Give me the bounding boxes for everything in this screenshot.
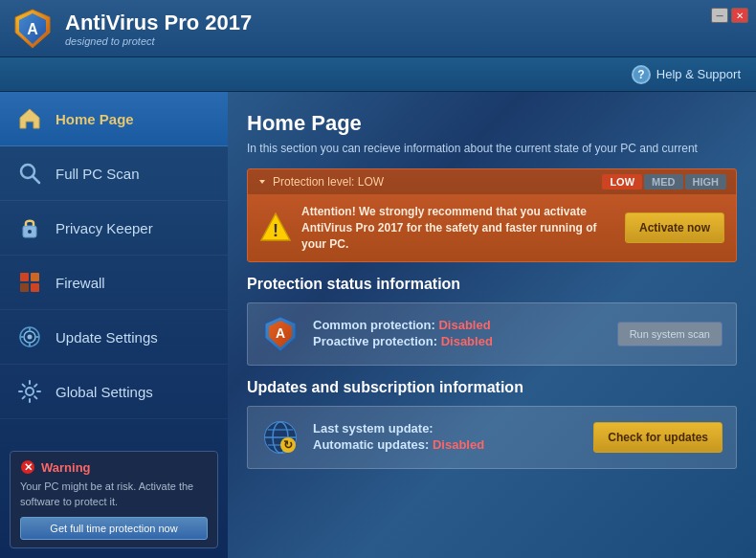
content-area: Home Page In this section you can reciev… xyxy=(228,92,756,558)
sidebar-item-global-label: Global Settings xyxy=(56,384,153,400)
run-system-scan-button[interactable]: Run system scan xyxy=(617,322,723,346)
svg-point-15 xyxy=(26,388,33,395)
updates-globe-icon: ↻ xyxy=(261,418,300,457)
privacy-icon xyxy=(15,213,44,242)
badge-med: MED xyxy=(644,174,682,190)
badge-low: LOW xyxy=(602,174,642,190)
help-label: Help & Support xyxy=(656,67,741,81)
protection-banner: Protection level: LOW LOW MED HIGH ! Att… xyxy=(247,168,737,262)
check-for-updates-button[interactable]: Check for updates xyxy=(593,422,723,453)
firewall-icon xyxy=(15,268,44,297)
updates-card: ↻ Last system update: Automatic updates:… xyxy=(247,406,737,469)
protection-level-label: Protection level: LOW xyxy=(257,175,384,189)
sidebar-item-firewall-label: Firewall xyxy=(56,275,105,291)
scan-icon xyxy=(15,159,44,188)
get-protection-button[interactable]: Get full time protection now xyxy=(20,517,208,540)
sidebar-item-home[interactable]: Home Page xyxy=(0,92,228,146)
sidebar-item-privacy[interactable]: Privacy Keeper xyxy=(0,201,228,256)
svg-rect-8 xyxy=(20,273,29,281)
title-bar: A AntiVirus Pro 2017 designed to protect… xyxy=(0,0,756,57)
close-button[interactable]: ✕ xyxy=(731,8,748,23)
sidebar-item-fullscan[interactable]: Full PC Scan xyxy=(0,146,228,201)
level-badges: LOW MED HIGH xyxy=(602,174,726,190)
page-title: Home Page xyxy=(247,111,737,136)
svg-point-14 xyxy=(28,335,33,340)
help-support-button[interactable]: ? Help & Support xyxy=(632,65,741,84)
warning-title: ✕ Warning xyxy=(20,459,208,475)
home-icon xyxy=(15,104,44,133)
updates-icon xyxy=(15,323,44,351)
protection-status-card: A Common protection: Disabled Proactive … xyxy=(247,302,737,366)
sidebar-item-updates[interactable]: Update Settings xyxy=(0,310,228,365)
svg-rect-10 xyxy=(20,283,29,292)
last-update-row: Last system update: xyxy=(313,421,580,435)
warning-text: Your PC might be at risk. Activate the s… xyxy=(20,480,208,509)
sidebar-item-fullscan-label: Full PC Scan xyxy=(56,166,140,182)
svg-text:!: ! xyxy=(273,221,278,240)
page-subtitle: In this section you can recieve informat… xyxy=(247,142,737,155)
warning-box: ✕ Warning Your PC might be at risk. Acti… xyxy=(10,451,218,548)
shield-status-icon: A xyxy=(261,315,300,353)
help-icon: ? xyxy=(632,65,651,84)
updates-section-header: Updates and subscription information xyxy=(247,379,737,396)
svg-text:A: A xyxy=(27,21,38,37)
svg-rect-9 xyxy=(31,273,39,281)
activate-now-button[interactable]: Activate now xyxy=(625,212,724,243)
common-protection-row: Common protection: Disabled xyxy=(313,318,604,332)
sidebar-item-privacy-label: Privacy Keeper xyxy=(56,220,153,236)
help-bar: ? Help & Support xyxy=(0,57,756,92)
dropdown-arrow-icon xyxy=(257,177,267,187)
app-logo: A xyxy=(11,8,54,50)
svg-rect-11 xyxy=(31,283,39,292)
warning-icon: ✕ xyxy=(20,459,35,475)
protection-message: Attention! We strongly recommend that yo… xyxy=(301,204,615,252)
svg-text:↻: ↻ xyxy=(283,438,293,452)
svg-marker-3 xyxy=(20,109,39,128)
status-card-text: Common protection: Disabled Proactive pr… xyxy=(313,318,604,350)
main-layout: Home Page Full PC Scan Privacy Keeper xyxy=(0,92,756,558)
svg-line-5 xyxy=(33,176,39,183)
protection-header: Protection level: LOW LOW MED HIGH xyxy=(248,169,736,194)
alert-triangle-icon: ! xyxy=(259,212,292,244)
updates-card-text: Last system update: Automatic updates: D… xyxy=(313,421,580,454)
minimize-button[interactable]: ─ xyxy=(711,8,728,23)
svg-text:✕: ✕ xyxy=(24,461,33,473)
auto-update-row: Automatic updates: Disabled xyxy=(313,437,580,452)
status-section-header: Protection status information xyxy=(247,276,737,293)
sidebar-item-firewall[interactable]: Firewall xyxy=(0,256,228,310)
window-controls: ─ ✕ xyxy=(711,8,748,23)
sidebar-item-updates-label: Update Settings xyxy=(56,329,158,346)
badge-high: HIGH xyxy=(685,174,727,190)
sidebar-item-home-label: Home Page xyxy=(56,111,134,127)
app-subtitle: designed to protect xyxy=(65,35,252,47)
svg-marker-18 xyxy=(259,180,265,184)
svg-point-7 xyxy=(28,230,32,234)
app-title: AntiVirus Pro 2017 xyxy=(65,11,252,35)
protection-body: ! Attention! We strongly recommend that … xyxy=(248,194,736,261)
sidebar-item-global[interactable]: Global Settings xyxy=(0,365,228,419)
settings-icon xyxy=(15,377,44,406)
proactive-protection-row: Proactive protection: Disabled xyxy=(313,334,604,348)
svg-text:A: A xyxy=(276,325,285,341)
sidebar: Home Page Full PC Scan Privacy Keeper xyxy=(0,92,228,558)
title-text: AntiVirus Pro 2017 designed to protect xyxy=(65,11,252,47)
